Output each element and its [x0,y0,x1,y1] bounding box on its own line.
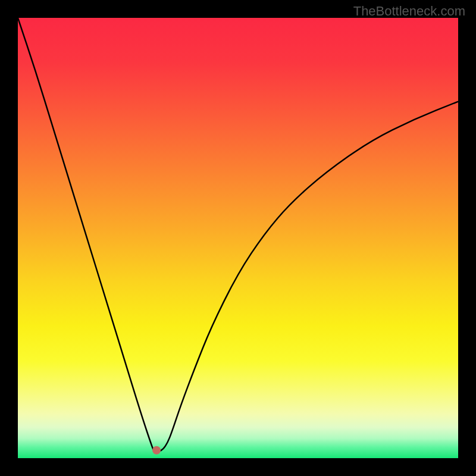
optimal-point-marker [152,446,161,455]
watermark-text: TheBottleneck.com [353,4,465,19]
chart-svg [18,18,458,458]
chart-background [18,18,458,458]
chart-plot-area [18,18,458,458]
